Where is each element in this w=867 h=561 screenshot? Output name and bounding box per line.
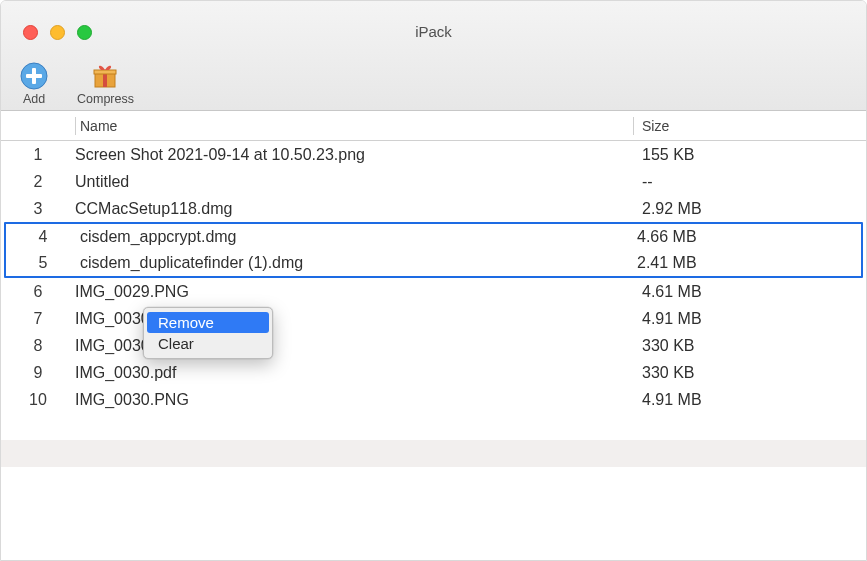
row-size: 2.92 MB [634, 200, 866, 218]
row-name: IMG_0029.PNG [75, 283, 634, 301]
row-index: 7 [1, 310, 75, 328]
table-row[interactable]: 10 IMG_0030.PNG 4.91 MB [1, 386, 866, 413]
add-label: Add [19, 92, 49, 106]
column-header-size[interactable]: Size [634, 118, 866, 134]
column-header-name[interactable]: Name [76, 118, 633, 134]
row-index: 10 [1, 391, 75, 409]
row-size: 4.61 MB [634, 283, 866, 301]
row-name: IMG_0030.pdf [75, 364, 634, 382]
window-title: iPack [1, 23, 866, 40]
row-index: 3 [1, 200, 75, 218]
column-headers: Name Size [1, 111, 866, 141]
row-index: 8 [1, 337, 75, 355]
toolbar: Add Compress [19, 61, 134, 106]
row-name: IMG_0030.PNG [75, 391, 634, 409]
svg-rect-2 [26, 74, 42, 78]
table-row[interactable]: 6 IMG_0029.PNG 4.61 MB [1, 278, 866, 305]
row-size: 330 KB [634, 364, 866, 382]
row-index: 2 [1, 173, 75, 191]
compress-button[interactable]: Compress [77, 61, 134, 106]
file-list: 1 Screen Shot 2021-09-14 at 10.50.23.png… [1, 141, 866, 494]
table-row[interactable]: 9 IMG_0030.pdf 330 KB [1, 359, 866, 386]
row-index: 1 [1, 146, 75, 164]
row-index: 5 [6, 254, 80, 272]
table-row[interactable]: 5 cisdem_duplicatefinder (1).dmg 2.41 MB [6, 250, 861, 276]
svg-rect-4 [103, 73, 107, 87]
row-size: 330 KB [634, 337, 866, 355]
table-row[interactable]: 1 Screen Shot 2021-09-14 at 10.50.23.png… [1, 141, 866, 168]
row-size: -- [634, 173, 866, 191]
row-size: 4.66 MB [629, 228, 861, 246]
gift-box-icon [90, 61, 120, 91]
row-name: cisdem_duplicatefinder (1).dmg [80, 254, 629, 272]
row-name: CCMacSetup118.dmg [75, 200, 634, 218]
table-row[interactable]: 8 IMG_0030 2.pdf 330 KB [1, 332, 866, 359]
empty-row [1, 440, 866, 467]
row-size: 2.41 MB [629, 254, 861, 272]
add-button[interactable]: Add [19, 61, 49, 106]
context-menu-remove[interactable]: Remove [147, 312, 269, 333]
row-index: 4 [6, 228, 80, 246]
row-name: Untitled [75, 173, 634, 191]
context-menu-clear[interactable]: Clear [144, 333, 272, 354]
context-menu: Remove Clear [143, 307, 273, 359]
table-row[interactable]: 2 Untitled -- [1, 168, 866, 195]
table-row[interactable]: 4 cisdem_appcrypt.dmg 4.66 MB [6, 224, 861, 250]
row-index: 9 [1, 364, 75, 382]
compress-label: Compress [77, 92, 134, 106]
svg-rect-5 [94, 70, 116, 74]
table-row[interactable]: 7 IMG_0030 (1).PNG 4.91 MB [1, 305, 866, 332]
row-size: 155 KB [634, 146, 866, 164]
table-row[interactable]: 3 CCMacSetup118.dmg 2.92 MB [1, 195, 866, 222]
selection: 4 cisdem_appcrypt.dmg 4.66 MB 5 cisdem_d… [4, 222, 863, 278]
empty-row [1, 467, 866, 494]
empty-row [1, 413, 866, 440]
row-name: Screen Shot 2021-09-14 at 10.50.23.png [75, 146, 634, 164]
row-name: cisdem_appcrypt.dmg [80, 228, 629, 246]
row-size: 4.91 MB [634, 310, 866, 328]
title-bar: iPack Add Compress [1, 1, 866, 111]
plus-circle-icon [19, 61, 49, 91]
row-index: 6 [1, 283, 75, 301]
row-size: 4.91 MB [634, 391, 866, 409]
